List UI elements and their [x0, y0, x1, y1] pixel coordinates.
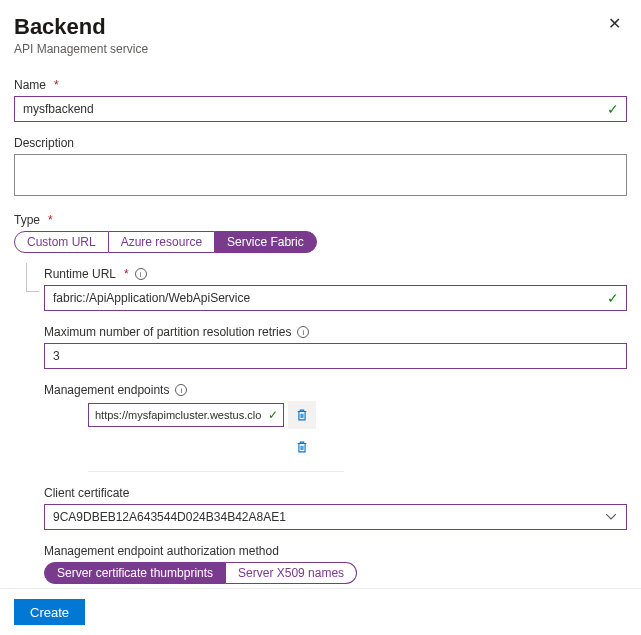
info-icon[interactable]: i — [297, 326, 309, 338]
name-input[interactable] — [14, 96, 627, 122]
panel-title: Backend — [14, 14, 148, 40]
client-cert-label: Client certificate — [44, 486, 627, 500]
max-retries-input[interactable] — [44, 343, 627, 369]
mgmt-endpoints-label: Management endpoints i — [44, 383, 627, 397]
max-retries-label: Maximum number of partition resolution r… — [44, 325, 627, 339]
type-option-azure-resource[interactable]: Azure resource — [109, 231, 214, 253]
name-label: Name* — [14, 78, 627, 92]
auth-method-label: Management endpoint authorization method — [44, 544, 627, 558]
auth-option-thumbprints[interactable]: Server certificate thumbprints — [44, 562, 226, 584]
panel-subtitle: API Management service — [14, 42, 148, 56]
runtime-url-label: Runtime URL* i — [44, 267, 627, 281]
type-selector: Custom URL Azure resource Service Fabric — [14, 231, 627, 253]
type-option-service-fabric[interactable]: Service Fabric — [214, 231, 317, 253]
info-icon[interactable]: i — [135, 268, 147, 280]
type-option-custom-url[interactable]: Custom URL — [14, 231, 109, 253]
auth-method-selector: Server certificate thumbprints Server X5… — [44, 562, 627, 584]
runtime-url-input[interactable] — [44, 285, 627, 311]
description-input[interactable] — [14, 154, 627, 196]
mgmt-endpoint-input[interactable] — [88, 403, 284, 427]
client-cert-select[interactable]: 9CA9DBEB12A643544D024B34B42A8AE1 — [44, 504, 627, 530]
type-label: Type* — [14, 213, 627, 227]
info-icon[interactable]: i — [175, 384, 187, 396]
delete-all-endpoints-button[interactable] — [288, 433, 316, 461]
delete-endpoint-button[interactable] — [288, 401, 316, 429]
description-label: Description — [14, 136, 627, 150]
close-icon[interactable]: ✕ — [604, 14, 625, 34]
auth-option-x509[interactable]: Server X509 names — [226, 562, 357, 584]
create-button[interactable]: Create — [14, 599, 85, 625]
